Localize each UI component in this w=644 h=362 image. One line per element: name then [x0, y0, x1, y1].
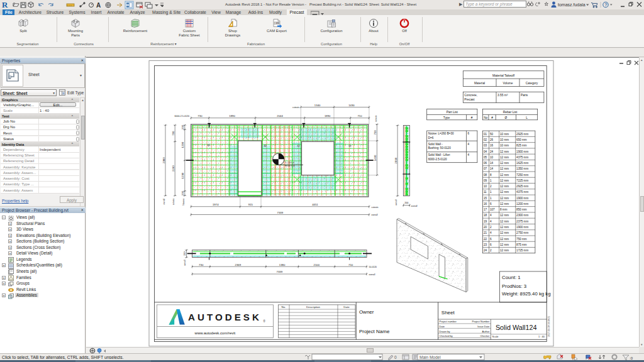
svg-text:4375 mm: 4375 mm	[516, 190, 528, 194]
svg-text:14: 14	[490, 167, 494, 170]
svg-text:10: 10	[490, 156, 494, 159]
svg-text:R: R	[2, 1, 8, 9]
svg-text:cutouts: cutouts	[172, 199, 175, 206]
svg-text:650 mm: 650 mm	[516, 138, 527, 141]
svg-text:4451: 4451	[312, 203, 318, 206]
svg-text:Volume: Volume	[503, 82, 513, 85]
svg-text:1974: 1974	[213, 203, 219, 206]
svg-text:Solid Wall - Lifter:: Solid Wall - Lifter:	[428, 153, 451, 156]
svg-text:2044: 2044	[277, 114, 283, 118]
svg-text:2100: 2100	[314, 263, 320, 266]
svg-text:Scale: Scale	[492, 335, 499, 338]
svg-text:1380: 1380	[279, 263, 286, 266]
svg-text:2: 2	[490, 226, 492, 229]
svg-text:2930: 2930	[394, 157, 397, 163]
svg-text:710: 710	[348, 263, 353, 266]
svg-text:4: 4	[490, 231, 492, 234]
svg-text:12 mm: 12 mm	[500, 197, 509, 200]
svg-text:3 = 58x5 d: 3 = 58x5 d	[285, 162, 294, 164]
svg-text:09: 09	[484, 179, 487, 182]
svg-text:4375 mm: 4375 mm	[516, 156, 528, 159]
svg-text:Rebar List: Rebar List	[503, 110, 518, 114]
svg-text:12 mm: 12 mm	[500, 202, 509, 206]
svg-text:1900 mm: 1900 mm	[516, 150, 528, 153]
svg-text:850 mm: 850 mm	[516, 208, 527, 211]
svg-text:200: 200	[404, 202, 408, 204]
svg-text:915: 915	[248, 203, 253, 206]
svg-text:16: 16	[490, 144, 494, 147]
svg-text:12 mm: 12 mm	[500, 243, 509, 246]
svg-text:4: 4	[468, 153, 470, 156]
svg-text:2: 2	[490, 249, 492, 252]
svg-text:200: 200	[181, 124, 184, 129]
svg-text:10 mm: 10 mm	[500, 133, 509, 136]
svg-text:19: 19	[484, 220, 487, 223]
svg-text:Material: Material	[474, 82, 485, 85]
svg-text:2017-09-08 16:38:21: 2017-09-08 16:38:21	[548, 316, 550, 337]
svg-text:10 mm: 10 mm	[500, 138, 509, 141]
svg-text:Type: Type	[443, 116, 450, 119]
svg-text:1290: 1290	[181, 141, 184, 148]
svg-text:7339: 7339	[277, 211, 284, 214]
svg-text:Main Model: Main Model	[419, 355, 441, 359]
svg-text:06: 06	[484, 162, 487, 165]
svg-text:24: 24	[490, 150, 494, 153]
svg-text:12 mm: 12 mm	[500, 220, 509, 223]
svg-text:1900 mm: 1900 mm	[516, 197, 528, 200]
svg-text:A: A	[96, 2, 101, 9]
svg-text:2369: 2369	[235, 263, 242, 266]
svg-text:Weight: 8925.40 kg kg: Weight: 8925.40 kg kg	[502, 291, 550, 297]
svg-text:107: 107	[490, 208, 495, 211]
svg-text:www.autodesk.com/revit: www.autodesk.com/revit	[194, 331, 236, 335]
svg-text:Parts: Parts	[521, 94, 528, 97]
svg-text:8 mm: 8 mm	[500, 208, 508, 211]
svg-text:2980: 2980	[162, 157, 165, 163]
svg-text:12 mm: 12 mm	[500, 179, 509, 182]
svg-text:Description: Description	[306, 305, 321, 309]
svg-text:1200 mm: 1200 mm	[516, 202, 528, 206]
svg-text:No.: No.	[282, 305, 286, 309]
svg-text:Sheet: Sheet	[441, 310, 455, 315]
svg-text:2925 mm: 2925 mm	[516, 133, 528, 136]
svg-text:Owner: Owner	[359, 309, 374, 315]
svg-text:No: No	[484, 116, 487, 119]
svg-text:22: 22	[484, 238, 487, 241]
svg-text:overall: overall	[163, 199, 165, 205]
svg-text:200: 200	[181, 190, 184, 195]
svg-text:3.55 m³: 3.55 m³	[497, 94, 508, 97]
svg-text:825 mm: 825 mm	[516, 144, 527, 147]
svg-text:10 mm: 10 mm	[500, 144, 509, 147]
svg-text:Concrete,: Concrete,	[464, 94, 477, 97]
svg-text:cutouts: cutouts	[375, 115, 377, 122]
svg-text:12 mm: 12 mm	[500, 162, 509, 165]
svg-text:2750 mm: 2750 mm	[516, 231, 528, 234]
svg-text:overall: overall	[372, 214, 378, 216]
svg-text:01: 01	[484, 133, 487, 136]
svg-text:12 mm: 12 mm	[500, 231, 509, 234]
svg-text:Rb 0613-04: Rb 0613-04	[285, 165, 295, 167]
svg-text:Noose: L=260 B=30: Noose: L=260 B=30	[428, 132, 454, 135]
svg-text:12 mm: 12 mm	[500, 249, 509, 252]
svg-text:Issue Date: Issue Date	[477, 325, 490, 328]
svg-text:Date: Date	[343, 305, 350, 309]
svg-text:Count: 1: Count: 1	[502, 275, 520, 280]
svg-text:0: 0	[394, 355, 397, 359]
svg-text:#: #	[491, 116, 493, 119]
svg-text:4: 4	[468, 143, 470, 146]
svg-text:?: ?	[604, 3, 607, 7]
svg-text:12 mm: 12 mm	[500, 156, 509, 159]
svg-text:D=6: D=6	[428, 136, 434, 140]
svg-text:Part List: Part List	[447, 110, 458, 114]
svg-text:1900 mm: 1900 mm	[516, 226, 528, 229]
svg-text:730: 730	[199, 263, 204, 266]
svg-text:2280: 2280	[172, 165, 175, 172]
svg-text:1: 1	[490, 179, 492, 182]
svg-text:Solid Wall -: Solid Wall -	[428, 143, 443, 146]
svg-text:Drawn by: Drawn by	[440, 330, 450, 333]
svg-text:overall: overall	[184, 260, 186, 266]
svg-text:07: 07	[484, 167, 487, 170]
svg-text:1: 1	[490, 190, 492, 194]
svg-text:Bushing: 50-0120: Bushing: 50-0120	[428, 146, 451, 150]
svg-text:24: 24	[484, 249, 487, 252]
svg-text:14: 14	[490, 162, 494, 165]
